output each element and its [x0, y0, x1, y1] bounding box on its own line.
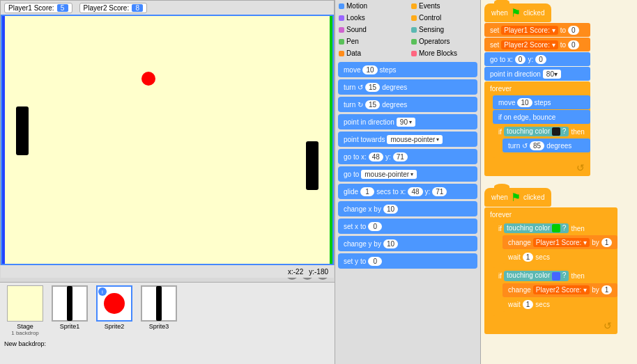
if-touching-label-1[interactable]: if touching color ? then: [493, 125, 590, 139]
cat-motion[interactable]: Motion: [335, 0, 408, 12]
new-backdrop-area: New backdrop:: [0, 339, 335, 349]
green-line: [330, 16, 332, 264]
cat-sensing[interactable]: Sensing: [408, 24, 480, 35]
sound-dot: [339, 27, 344, 33]
move-val-10: 10: [517, 98, 532, 107]
green-flag-icon-1: ⚑: [511, 6, 521, 19]
sprite-item-1[interactable]: Sprite1: [49, 285, 91, 330]
p1score-to-val: 0: [568, 26, 579, 35]
stage-area: Player1 Score: 5 Player2 Score: 8 x: -22…: [0, 0, 335, 264]
block-change-p2score[interactable]: change Player2 Score: ▾ by 1: [502, 283, 617, 297]
stage-top-bar: Player1 Score: 5 Player2 Score: 8: [1, 1, 334, 15]
cat-pen[interactable]: Pen: [335, 35, 408, 47]
block-glide-x: 48: [408, 187, 422, 196]
info-badge: i: [98, 287, 107, 296]
block-goto-00[interactable]: go to x: 0 y: 0: [484, 52, 590, 66]
events-dot: [411, 3, 417, 9]
cat-sound[interactable]: Sound: [335, 24, 408, 35]
cat-operators[interactable]: Operators: [408, 35, 480, 47]
block-change-p1score[interactable]: change Player1 Score: ▾ by 1: [502, 235, 617, 249]
cat-events-label: Events: [419, 2, 440, 10]
if-bottom-3: [493, 313, 617, 316]
block-set-x[interactable]: set x to 0: [338, 219, 477, 234]
cat-row-3: Sound Sensing: [335, 24, 480, 35]
cat-row-4: Pen Operators: [335, 35, 480, 47]
forever-inner-1: move 10 steps if on edge, bounce if touc…: [484, 95, 590, 161]
block-turn-cw[interactable]: turn ↻ 15 degrees: [338, 97, 477, 112]
hat-block-2[interactable]: when ⚑ clicked: [484, 188, 551, 207]
cat-row-5: Data More Blocks: [335, 47, 480, 59]
touching-color-block-1: touching color ?: [504, 127, 569, 136]
block-set-y[interactable]: set y to 0: [338, 253, 477, 269]
cat-operators-label: Operators: [419, 38, 450, 45]
block-turn-85[interactable]: turn ↺ 85 degrees: [502, 139, 590, 152]
player2-value: 8: [132, 4, 143, 12]
pen-dot: [339, 39, 344, 45]
block-goto-x: 48: [369, 152, 383, 161]
cat-pen-label: Pen: [346, 38, 359, 45]
new-backdrop-label: New backdrop:: [4, 340, 46, 347]
sprite-item-2[interactable]: i Sprite2: [93, 285, 135, 330]
block-point-dir-80[interactable]: point in direction 80▾: [484, 67, 590, 81]
block-glide-secs: 1: [360, 187, 374, 196]
block-set-p1score[interactable]: set Player1 Score: ▾ to 0: [484, 23, 590, 37]
block-turn-ccw[interactable]: turn ↺ 15 degrees: [338, 79, 477, 95]
block-goto[interactable]: go to mouse-pointer: [338, 166, 477, 182]
x-value: -22: [293, 268, 303, 276]
cat-more-blocks[interactable]: More Blocks: [408, 47, 480, 59]
block-point-direction[interactable]: point in direction 90: [338, 114, 477, 129]
looks-dot: [339, 15, 344, 21]
player2-label: Player2 Score:: [84, 4, 130, 12]
cat-events[interactable]: Events: [408, 0, 480, 12]
p1score-var: Player1 Score: ▾: [501, 26, 558, 35]
sensing-dot: [411, 27, 417, 33]
cat-control-label: Control: [419, 14, 441, 22]
sprite-item-3[interactable]: Sprite3: [138, 285, 180, 330]
block-set-x-val: 0: [368, 222, 382, 231]
block-change-y[interactable]: change y by 10: [338, 236, 477, 251]
block-change-y-val: 10: [383, 239, 398, 248]
cat-sound-label: Sound: [346, 26, 367, 33]
sprite-thumb-2: i: [96, 285, 132, 322]
block-move-10[interactable]: move 10 steps: [493, 95, 590, 109]
cat-data[interactable]: Data: [335, 47, 408, 59]
block-goto-dropdown[interactable]: mouse-pointer: [361, 170, 417, 179]
motion-dot: [339, 3, 344, 9]
block-change-x-val: 10: [383, 205, 398, 214]
block-turn-ccw-val: 15: [365, 83, 380, 92]
block-glide-y: 71: [432, 187, 447, 196]
block-direction-dropdown[interactable]: 90: [397, 118, 415, 127]
block-move[interactable]: move 10 steps: [338, 62, 477, 77]
hat-bump-2: [494, 184, 509, 189]
block-edge-bounce[interactable]: if on edge, bounce: [493, 110, 590, 124]
if-touching-color-3: if touching color ? then change Player2 …: [493, 269, 617, 315]
control-dot: [411, 15, 417, 21]
block-change-x[interactable]: change x by 10: [338, 201, 477, 216]
if-touching-label-2[interactable]: if touching color ? then: [493, 221, 617, 235]
green-flag-icon-2: ⚑: [511, 191, 521, 204]
cat-looks[interactable]: Looks: [335, 12, 408, 24]
forever-label-2[interactable]: forever: [484, 207, 617, 221]
sprite-label-1: Sprite1: [60, 323, 80, 330]
block-wait-2[interactable]: wait 1 secs: [502, 298, 617, 312]
ball: [141, 72, 155, 86]
coords-bar: x: -22 y: -180: [1, 265, 334, 278]
forever-tail-1: ↺: [484, 161, 590, 176]
forever-inner-2: if touching color ? then change Player1 …: [484, 221, 617, 319]
if-bottom-1: [493, 154, 590, 158]
hat-block-1[interactable]: when ⚑ clicked: [484, 3, 551, 22]
dir-val-80[interactable]: 80▾: [543, 70, 561, 79]
cat-control[interactable]: Control: [408, 12, 480, 24]
paddle-left: [16, 106, 29, 155]
sprite-item-stage[interactable]: Stage 1 backdrop: [4, 285, 46, 336]
player1-label: Player1 Score:: [8, 4, 54, 12]
block-towards-dropdown[interactable]: mouse-pointer: [387, 135, 443, 144]
if-touching-label-3[interactable]: if touching color ? then: [493, 269, 617, 283]
block-goto-xy[interactable]: go to x: 48 y: 71: [338, 149, 477, 164]
forever-label-1[interactable]: forever: [484, 81, 590, 95]
block-glide[interactable]: glide 1 secs to x: 48 y: 71: [338, 184, 477, 199]
p2score-var-3: Player2 Score: ▾: [533, 285, 590, 294]
block-set-p2score[interactable]: set Player2 Score: ▾ to 0: [484, 38, 590, 52]
block-point-towards[interactable]: point towards mouse-pointer: [338, 132, 477, 147]
block-wait-1[interactable]: wait 1 secs: [502, 250, 617, 264]
